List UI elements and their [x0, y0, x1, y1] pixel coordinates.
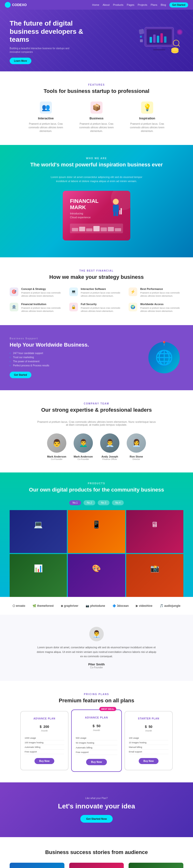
finance-icon: 🏦 — [10, 303, 18, 311]
strategy-performance-desc: Praesent ut pretium lacus cras commodo u… — [140, 291, 183, 298]
svg-point-15 — [173, 40, 179, 46]
avatar-placeholder-3: 👨‍💼 — [100, 433, 120, 453]
team-name-3: Andy Joseph — [100, 455, 120, 458]
story-2: 🎯 Nemo enim ipsam voluptatem quia volupt… — [69, 863, 124, 868]
tab-4[interactable]: No.4 — [112, 500, 124, 505]
testimonial-section: 👨‍💼 Lorem ipsum dolor sit amet, consecte… — [0, 615, 193, 681]
product-placeholder-3: 🖥 — [126, 510, 183, 539]
partner-themeforest: 🌿 themeforest — [33, 604, 54, 608]
product-image-4: 📊 — [10, 554, 67, 597]
nav-products[interactable]: Products — [113, 3, 123, 6]
svg-point-11 — [171, 48, 179, 51]
story-3: 🌟 Nemo enim ipsam voluptatem sit asperna… — [129, 863, 183, 868]
svg-rect-23 — [119, 210, 120, 214]
plan-1-feature-3: Automatic billing — [25, 745, 64, 750]
graphriver-icon: ◈ — [61, 604, 63, 608]
story-image-3: 🌟 — [129, 863, 183, 868]
team-member-2: 👨‍🦱 Mark Anderson Co-Founder — [73, 433, 93, 460]
team-description: Praesent ut pretium lacus. Cras commodo … — [36, 421, 157, 426]
feature-inspiration-title: Inspiration — [125, 117, 169, 120]
plan-1-period: /month — [25, 730, 64, 732]
features-title: Tools for business startup to profession… — [10, 88, 183, 94]
support-item-4: Perfect process & Process results — [10, 364, 135, 367]
partner-graphriver: ◈ graphriver — [61, 604, 78, 608]
team-avatar-3: 👨‍💼 — [100, 433, 120, 453]
cta-label: Like what your Plan? — [10, 797, 183, 800]
isometric-svg — [135, 23, 183, 61]
plan-3-name: STARTER PLAN — [129, 717, 168, 720]
tab-2[interactable]: No.2 — [84, 500, 95, 505]
audiojungle-name: audiojungle — [164, 604, 181, 608]
inspiration-icon-wrap: 💡 — [141, 101, 153, 114]
tab-1[interactable]: No.1 — [69, 500, 81, 505]
avatar-placeholder-1: 👨 — [47, 433, 66, 453]
strategy-finance: 🏦 Financial Institution Praesent ut pret… — [10, 303, 64, 313]
nav-projects[interactable]: Projects — [138, 3, 148, 6]
plan-3-feature-4: Email support — [129, 750, 168, 754]
plan-3-period: /month — [129, 730, 168, 732]
plan-3-button[interactable]: Buy Now — [139, 758, 159, 764]
nav-plans[interactable]: Plans — [151, 3, 158, 6]
audiojungle-icon: 🎵 — [160, 604, 163, 608]
support-item-2: Trust our marketing — [10, 356, 135, 359]
product-image-5: 🎨 — [68, 554, 125, 597]
svg-rect-12 — [139, 29, 144, 34]
plan-2-button[interactable]: Buy Now — [86, 759, 107, 765]
plan-1-feature-4: Free support — [25, 750, 64, 754]
plan-2-feature-1: 500 usage — [76, 736, 117, 740]
product-placeholder-5: 🎨 — [68, 554, 125, 583]
strategy-concept: 🎯 Concept & Strategy Praesent ut pretium… — [10, 287, 64, 298]
testimonial-avatar: 👨‍💼 — [89, 627, 104, 641]
feature-business-desc: Praesent ut pretium lacus. Cras commodo … — [75, 122, 118, 133]
feature-interactive-title: Interactive — [24, 117, 68, 120]
header-cta-button[interactable]: Get Started — [169, 2, 188, 7]
hero-text: The future of digital business developer… — [10, 19, 96, 64]
product-placeholder-4: 📊 — [10, 554, 67, 583]
financial-card: FINANCIAL MARK Introducing Cloud experie… — [63, 191, 130, 241]
concept-icon: 🎯 — [10, 287, 18, 296]
pricing-plan-3: STARTER PLAN $ 50 /month 100 usage 10 im… — [125, 711, 173, 770]
3docean-icon: 🔷 — [112, 604, 116, 608]
strategy-label: THE BEST FINANCIAL — [10, 269, 183, 272]
products-section: PRODUCTS Our own digital products for th… — [0, 472, 193, 597]
tab-3[interactable]: No.3 — [98, 500, 109, 505]
logo[interactable]: CODEXO — [5, 2, 27, 8]
products-label: PRODUCTS — [10, 482, 183, 485]
svg-rect-18 — [140, 36, 142, 38]
hero-description: Building a beautiful interactive busines… — [10, 46, 72, 54]
location-pin: 📍 — [161, 341, 167, 346]
team-name-1: Mark Anderson — [47, 455, 66, 458]
nav-blog[interactable]: Blog — [161, 3, 166, 6]
worldwide-icon: 🌍 — [129, 303, 137, 311]
support-cta-button[interactable]: Get Started — [10, 372, 31, 378]
product-placeholder-6: 📸 — [126, 554, 183, 583]
plan-2-feature-2: 50 images hosting — [76, 740, 117, 745]
cta-button[interactable]: Get Started Now — [81, 815, 112, 823]
plan-1-button[interactable]: Buy Now — [34, 758, 55, 764]
videohive-icon: ▶ — [136, 604, 138, 608]
team-name-2: Mark Anderson — [73, 455, 93, 458]
hero-cta-button[interactable]: Learn More — [10, 58, 31, 64]
financial-figure — [108, 198, 123, 217]
nav-about[interactable]: About — [102, 3, 109, 6]
nav-pages[interactable]: Pages — [127, 3, 134, 6]
features-grid: 👥 Interactive Praesent ut pretium lacus.… — [10, 101, 183, 133]
testimonial-name: Piter Smith — [10, 662, 183, 666]
hero-illustration — [135, 23, 183, 61]
strategy-security-desc: Praesent ut pretium lacus cras commodo u… — [81, 307, 124, 313]
financial-card-subtitle: Introducing — [70, 212, 108, 215]
feature-interactive: 👥 Interactive Praesent ut pretium lacus.… — [24, 101, 68, 133]
plan-2-badge: BEST DEAL — [99, 707, 116, 711]
team-label: COMPANY TEAM — [10, 402, 183, 405]
nav-home[interactable]: Home — [92, 3, 99, 6]
svg-rect-24 — [121, 208, 122, 214]
svg-rect-20 — [113, 205, 119, 212]
testimonial-quote: Lorem ipsum dolor sit amet, consectetur … — [36, 645, 157, 659]
story-image-1: 💡 — [10, 863, 64, 868]
feature-interactive-desc: Praesent ut pretium lacus. Cras commodo … — [24, 122, 68, 133]
plan-3-price: $ 50 — [129, 722, 168, 730]
plan-3-feature-3: Manual billing — [129, 745, 168, 750]
svg-rect-2 — [150, 37, 152, 43]
plan-2-price: $ 50 — [76, 721, 117, 729]
products-tabs: No.1 No.2 No.3 No.4 — [10, 500, 183, 505]
